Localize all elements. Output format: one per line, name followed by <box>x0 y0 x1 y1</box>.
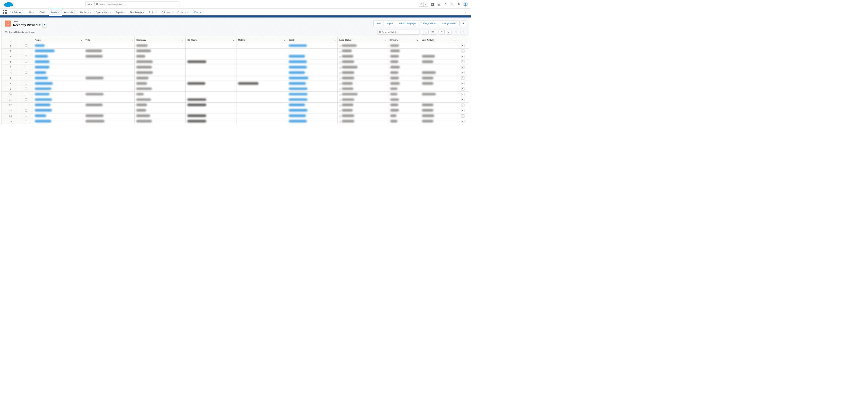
row-checkbox[interactable] <box>25 115 28 117</box>
row-action-menu[interactable] <box>461 49 465 53</box>
cell-name[interactable] <box>33 97 84 102</box>
action-import[interactable]: Import <box>384 21 396 26</box>
row-checkbox[interactable] <box>25 66 28 69</box>
action-change-status[interactable]: Change Status <box>419 21 439 26</box>
cell-name[interactable] <box>33 108 84 113</box>
app-launcher-button[interactable] <box>3 10 7 14</box>
column-header[interactable]: Name <box>33 37 84 43</box>
row-action-menu[interactable] <box>461 55 465 58</box>
row-action-menu[interactable] <box>461 87 465 91</box>
cell-name[interactable] <box>33 59 84 65</box>
row-actions-cell[interactable] <box>457 59 469 65</box>
column-header[interactable]: Company <box>134 37 185 43</box>
nav-more-dropdown[interactable]: * More <box>190 9 204 16</box>
nav-item-opportunities[interactable]: Opportunities <box>93 9 113 16</box>
row-action-menu[interactable] <box>461 103 465 107</box>
row-select-cell[interactable] <box>19 102 33 108</box>
column-header[interactable]: Lead Status <box>338 37 389 43</box>
cell-name[interactable] <box>33 75 84 81</box>
row-select-cell[interactable] <box>19 70 33 75</box>
column-menu-button[interactable] <box>385 39 386 41</box>
row-actions-cell[interactable] <box>457 81 469 86</box>
row-select-cell[interactable] <box>19 97 33 102</box>
table-row[interactable]: 15 <box>2 118 469 124</box>
row-select-cell[interactable] <box>19 81 33 86</box>
row-select-cell[interactable] <box>19 59 33 65</box>
column-menu-button[interactable] <box>81 39 82 41</box>
column-header[interactable]: CB Phone <box>185 37 236 43</box>
table-row[interactable]: 13 <box>2 108 469 113</box>
table-row[interactable]: 12 <box>2 102 469 108</box>
column-menu-button[interactable] <box>417 39 418 41</box>
column-header[interactable]: Last Activity <box>420 37 457 43</box>
salesforce-help-button[interactable] <box>437 2 441 7</box>
action-add-to-campaign[interactable]: Add to Campaign <box>396 21 419 26</box>
column-menu-button[interactable] <box>182 39 184 41</box>
row-checkbox[interactable] <box>25 71 28 74</box>
table-row[interactable]: 3 <box>2 54 469 59</box>
cell-name[interactable] <box>33 65 84 70</box>
table-row[interactable]: 5 <box>2 65 469 70</box>
row-action-menu[interactable] <box>461 44 465 47</box>
row-select-cell[interactable] <box>19 92 33 97</box>
search-scope-dropdown[interactable]: All <box>86 1 94 7</box>
column-menu-button[interactable] <box>284 39 285 41</box>
row-checkbox[interactable] <box>25 104 28 106</box>
row-select-cell[interactable] <box>19 48 33 54</box>
nav-item-calendar[interactable]: Calendar <box>159 9 175 16</box>
cell-email[interactable] <box>287 75 338 81</box>
table-row[interactable]: 6 <box>2 70 469 75</box>
nav-item-partners[interactable]: Partners <box>175 9 191 16</box>
cell-email[interactable] <box>287 102 338 108</box>
row-actions-cell[interactable] <box>457 118 469 124</box>
row-checkbox[interactable] <box>25 44 28 47</box>
favorite-star-button[interactable] <box>419 2 424 6</box>
global-search-input[interactable] <box>100 3 178 5</box>
action-new[interactable]: New <box>374 21 384 26</box>
row-actions-cell[interactable] <box>457 86 469 92</box>
column-menu-button[interactable] <box>334 39 336 41</box>
row-actions-cell[interactable] <box>457 113 469 118</box>
row-checkbox[interactable] <box>25 61 28 63</box>
user-avatar[interactable] <box>463 2 468 7</box>
nav-item-dashboards[interactable]: Dashboards <box>128 9 147 16</box>
cell-email[interactable] <box>287 97 338 102</box>
nav-item-tasks[interactable]: Tasks <box>147 9 159 16</box>
row-actions-cell[interactable] <box>457 102 469 108</box>
cell-email[interactable] <box>287 43 338 48</box>
list-search-box[interactable] <box>377 30 420 35</box>
row-checkbox[interactable] <box>25 55 28 58</box>
row-checkbox[interactable] <box>25 88 28 90</box>
select-all-checkbox[interactable] <box>25 39 28 41</box>
nav-item-home[interactable]: Home <box>27 9 37 16</box>
cell-name[interactable] <box>33 118 84 124</box>
column-header[interactable]: Email <box>287 37 338 43</box>
row-actions-cell[interactable] <box>457 43 469 48</box>
row-action-menu[interactable] <box>461 82 465 85</box>
cell-name[interactable] <box>33 48 84 54</box>
column-header[interactable]: Mobile <box>236 37 287 43</box>
cell-email[interactable] <box>287 65 338 70</box>
column-select-all[interactable] <box>19 37 33 43</box>
row-action-menu[interactable] <box>461 93 465 96</box>
table-row[interactable]: 7 <box>2 75 469 81</box>
row-select-cell[interactable] <box>19 54 33 59</box>
table-row[interactable]: 4 <box>2 59 469 65</box>
cell-name[interactable] <box>33 92 84 97</box>
list-search-input[interactable] <box>382 31 418 33</box>
table-row[interactable]: 9 <box>2 86 469 92</box>
row-select-cell[interactable] <box>19 75 33 81</box>
row-checkbox[interactable] <box>25 93 28 95</box>
cell-name[interactable] <box>33 113 84 118</box>
cell-email[interactable] <box>287 118 338 124</box>
column-header[interactable]: Title <box>84 37 134 43</box>
row-actions-cell[interactable] <box>457 70 469 75</box>
refresh-button[interactable] <box>438 30 444 35</box>
row-action-menu[interactable] <box>461 71 465 74</box>
row-actions-cell[interactable] <box>457 54 469 59</box>
cell-email[interactable] <box>287 70 338 75</box>
cell-email[interactable] <box>287 48 338 54</box>
row-action-menu[interactable] <box>461 76 465 80</box>
cell-email[interactable] <box>287 86 338 92</box>
action-change-owner[interactable]: Change Owner <box>439 21 459 26</box>
